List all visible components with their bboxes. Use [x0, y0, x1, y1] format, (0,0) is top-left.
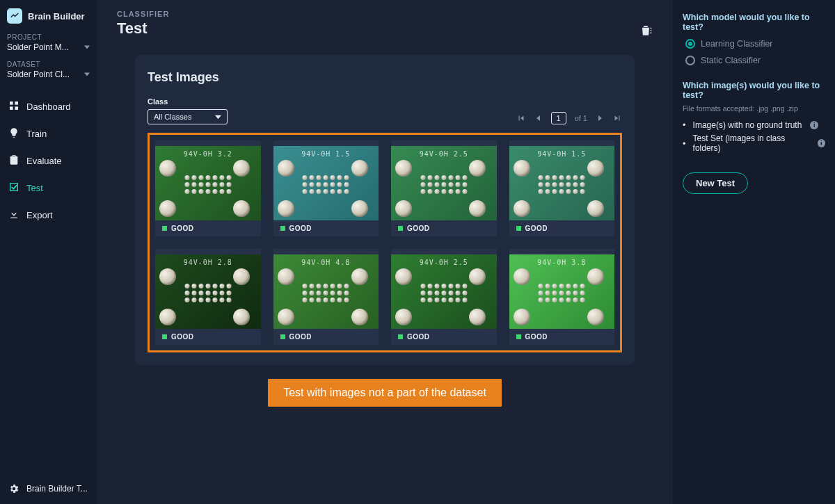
bulb-icon [8, 127, 19, 140]
test-option[interactable]: Image(s) with no ground truthi [683, 120, 825, 130]
card-footer: GOOD [273, 329, 379, 345]
radio-icon [685, 56, 695, 65]
project-value: Solder Point M... [7, 42, 69, 52]
class-label: Class [148, 97, 228, 106]
svg-marker-0 [84, 46, 90, 49]
nav-item-test[interactable]: Test [0, 174, 97, 202]
card-footer: GOOD [391, 220, 497, 236]
image-card[interactable]: 94V-0H 1.5 GOOD [273, 140, 379, 236]
svg-rect-5 [15, 106, 18, 110]
download-icon [8, 209, 19, 222]
thumbnail: 94V-0H 1.5 [273, 140, 379, 220]
image-card[interactable]: 94V-0H 1.5 GOOD [509, 140, 615, 236]
card-label: GOOD [525, 333, 548, 341]
silk-text: 94V-0H 3.2 [155, 150, 261, 158]
sidebar: Brain Builder PROJECT Solder Point M... … [0, 0, 97, 504]
image-card[interactable]: 94V-0H 3.8 GOOD [509, 249, 615, 345]
rail-bullets: Image(s) with no ground truthiTest Set (… [683, 120, 825, 153]
caret-down-icon [84, 70, 90, 79]
project-dropdown[interactable]: Solder Point M... [7, 42, 90, 52]
page-title: Test [117, 19, 169, 38]
svg-marker-6 [215, 115, 221, 118]
model-option[interactable]: Learning Classifier [685, 39, 825, 49]
delete-button[interactable] [639, 24, 653, 40]
brand-name: Brain Builder [28, 11, 85, 22]
right-rail: Which model would you like to test? Lear… [672, 0, 835, 504]
info-icon[interactable]: i [818, 139, 825, 147]
svg-rect-3 [15, 101, 18, 105]
option-label: Test Set (images in class folders) [693, 133, 809, 153]
silk-text: 94V-0H 1.5 [509, 150, 615, 158]
thumbnail: 94V-0H 2.5 [391, 140, 497, 220]
status-indicator-icon [280, 334, 285, 339]
image-card[interactable]: 94V-0H 4.8 GOOD [273, 249, 379, 345]
thumbnail: 94V-0H 2.8 [155, 249, 261, 329]
class-value: All Classes [154, 113, 191, 121]
last-page-button[interactable] [612, 113, 622, 123]
silk-text: 94V-0H 2.5 [391, 259, 497, 266]
nav-label: Export [26, 210, 53, 220]
thumbnail: 94V-0H 4.8 [273, 249, 379, 329]
model-option[interactable]: Static Classifier [685, 56, 825, 65]
callout-banner: Test with images not a part of the datas… [268, 379, 502, 407]
page-of-label: of 1 [575, 114, 587, 122]
card-label: GOOD [525, 225, 548, 232]
dataset-value: Solder Point Cl... [7, 70, 70, 79]
class-select[interactable]: All Classes [148, 109, 228, 124]
card-label: GOOD [289, 333, 312, 341]
card-label: GOOD [171, 225, 194, 232]
image-card[interactable]: 94V-0H 2.5 GOOD [391, 249, 497, 345]
card-label: GOOD [289, 225, 312, 232]
info-icon[interactable]: i [810, 121, 818, 129]
grid-icon [8, 100, 19, 113]
nav-label: Dashboard [26, 101, 71, 112]
status-indicator-icon [162, 226, 167, 231]
option-label: Image(s) with no ground truth [693, 120, 802, 130]
radio-label: Static Classifier [701, 56, 761, 65]
silk-text: 94V-0H 2.8 [155, 259, 261, 266]
status-indicator-icon [280, 226, 285, 231]
card-footer: GOOD [391, 329, 497, 345]
image-card[interactable]: 94V-0H 2.5 GOOD [391, 140, 497, 236]
nav-item-evaluate[interactable]: Evaluate [0, 147, 97, 174]
panel-title: Test Images [148, 70, 622, 85]
next-page-button[interactable] [596, 114, 604, 122]
thumbnail: 94V-0H 3.8 [509, 249, 615, 329]
rail-subtext: File formats accepted: .jpg .png .zip [683, 104, 825, 113]
card-footer: GOOD [509, 329, 615, 345]
thumbnail: 94V-0H 3.2 [155, 140, 261, 220]
prev-page-button[interactable] [534, 114, 543, 122]
new-test-button[interactable]: New Test [683, 172, 748, 194]
nav-label: Evaluate [26, 156, 62, 166]
card-footer: GOOD [155, 220, 261, 236]
footer-text: Brain Builder T... [26, 484, 88, 494]
nav-label: Test [26, 183, 43, 193]
radio-label: Learning Classifier [701, 39, 773, 49]
status-indicator-icon [516, 226, 521, 231]
image-gallery: 94V-0H 3.2 GOOD 94V-0H 1.5 GOOD 94V-0H 2… [148, 133, 622, 352]
image-card[interactable]: 94V-0H 2.8 GOOD [155, 249, 261, 345]
silk-text: 94V-0H 1.5 [273, 150, 379, 158]
image-card[interactable]: 94V-0H 3.2 GOOD [155, 140, 261, 236]
main-nav: Dashboard Train Evaluate Test Export [0, 93, 97, 473]
nav-item-dashboard[interactable]: Dashboard [0, 93, 97, 120]
sidebar-footer[interactable]: Brain Builder T... [0, 473, 97, 504]
clipboard-icon [8, 154, 19, 168]
breadcrumb: CLASSIFIER [117, 10, 169, 18]
status-indicator-icon [398, 226, 403, 231]
pager: 1 of 1 [516, 112, 622, 124]
dataset-dropdown[interactable]: Solder Point Cl... [7, 70, 90, 79]
nav-item-train[interactable]: Train [0, 120, 97, 147]
radio-icon [685, 39, 695, 49]
card-footer: GOOD [273, 220, 379, 236]
status-indicator-icon [398, 334, 403, 339]
card-label: GOOD [171, 333, 194, 341]
first-page-button[interactable] [516, 113, 526, 123]
nav-label: Train [26, 129, 47, 139]
test-option[interactable]: Test Set (images in class folders)i [683, 133, 825, 153]
card-footer: GOOD [155, 329, 261, 345]
project-label: PROJECT [7, 33, 90, 41]
thumbnail: 94V-0H 2.5 [391, 249, 497, 329]
nav-item-export[interactable]: Export [0, 202, 97, 229]
page-input[interactable]: 1 [551, 112, 566, 124]
